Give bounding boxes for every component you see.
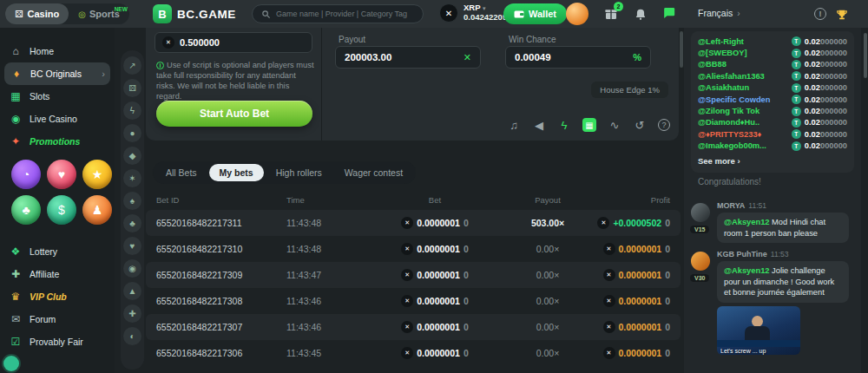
- rail-plinko-icon[interactable]: ●: [123, 124, 141, 142]
- logo-text: BC.GAME: [177, 8, 236, 21]
- chat-info-button[interactable]: !: [814, 8, 826, 20]
- sidebar-item-label: Slots: [30, 91, 99, 101]
- see-more-link[interactable]: See more ›: [698, 154, 847, 169]
- avatar[interactable]: [691, 252, 710, 271]
- winner-row[interactable]: @[SWEBOY] T 0.02000000: [698, 47, 847, 58]
- rail-coinflip-icon[interactable]: ◐: [123, 327, 141, 345]
- hotkeys-icon[interactable]: ♫: [507, 118, 521, 132]
- tab-my-bets[interactable]: My bets: [209, 164, 264, 181]
- avatar[interactable]: [691, 203, 710, 222]
- rail-crash-icon[interactable]: ↗: [123, 56, 141, 75]
- sidebar-item-vip-club[interactable]: ♛ VIP Club: [0, 285, 115, 308]
- payout-field[interactable]: ✕: [335, 46, 481, 69]
- main-scrollbar[interactable]: [680, 31, 683, 68]
- stats-icon[interactable]: ▦: [582, 118, 596, 132]
- user-avatar[interactable]: [566, 3, 589, 25]
- winner-row[interactable]: @Left-Right T 0.02000000: [698, 36, 847, 47]
- script-disclaimer: iUse of script is optional and players m…: [156, 60, 316, 101]
- game-search[interactable]: [252, 4, 424, 23]
- chevron-right-icon: ›: [737, 9, 740, 18]
- rewards-button[interactable]: 2: [602, 6, 620, 22]
- start-auto-bet-button[interactable]: Start Auto Bet: [156, 101, 312, 127]
- bet-id: 65520168482217309: [156, 270, 286, 280]
- bet-row[interactable]: 65520168482217311 11:43:48 ✕ 0.00000010 …: [146, 210, 681, 236]
- bet-row[interactable]: 65520168482217306 11:43:45 ✕ 0.00000010 …: [146, 340, 681, 366]
- rail-dice-icon[interactable]: ⚄: [123, 79, 141, 97]
- tab-wager-contest[interactable]: Wager contest: [334, 164, 413, 181]
- winner-row[interactable]: @Imakegob00m... T 0.02000000: [698, 141, 847, 152]
- sidebar: ⌂ Home ♦ BC Originals › ▦ Slots ◉: [0, 28, 115, 373]
- win-chance-field[interactable]: %: [505, 46, 651, 69]
- rail-limbo-icon[interactable]: ϟ: [123, 101, 141, 120]
- search-input[interactable]: [276, 10, 414, 18]
- sports-toggle-button[interactable]: NEW ◎ Sports: [69, 9, 129, 19]
- bet-amount-field[interactable]: ✕: [155, 32, 312, 53]
- profit-value-dim: 0: [665, 218, 670, 228]
- rail-hilo-icon[interactable]: ♠: [123, 192, 141, 210]
- bet-row[interactable]: 65520168482217309 11:43:47 ✕ 0.00000010 …: [146, 262, 681, 288]
- chat-toggle-button[interactable]: [660, 5, 677, 21]
- promo-clover-icon[interactable]: ♣: [11, 195, 41, 225]
- winner-row[interactable]: @Diamond♦Hu.. T 0.02000000: [698, 117, 847, 128]
- currency-selector[interactable]: ✕ XRP ▾ 0.04242205: [439, 3, 507, 23]
- sidebar-item-forum[interactable]: ✉ Forum: [0, 308, 115, 330]
- tab-all-bets[interactable]: All Bets: [155, 164, 207, 181]
- bet-row[interactable]: 65520168482217307 11:43:46 ✕ 0.00000010 …: [146, 314, 681, 340]
- chat-image-attachment[interactable]: Let's screw ... up: [717, 306, 800, 355]
- bet-row[interactable]: 65520168482217308 11:43:46 ✕ 0.00000010 …: [146, 288, 681, 314]
- image-desk: [717, 340, 800, 347]
- rail-tower-icon[interactable]: ▲: [123, 282, 141, 300]
- reset-icon[interactable]: ↺: [633, 118, 647, 132]
- profit-value-dim: 0: [665, 296, 670, 306]
- sound-icon[interactable]: ◀: [532, 118, 546, 132]
- rail-roulette-icon[interactable]: ◉: [123, 259, 141, 278]
- promo-mascot-icon[interactable]: ♟: [82, 195, 112, 225]
- winner-row[interactable]: @♦PRITTYS233♦ T 0.02000000: [698, 128, 847, 140]
- sidebar-item-bc-originals[interactable]: ♦ BC Originals ›: [4, 62, 110, 85]
- bet-profit: ✕ +0.00005020: [595, 217, 670, 229]
- promo-lucky-spin-icon[interactable]: ◔: [11, 160, 41, 189]
- sidebar-item-slots[interactable]: ▦ Slots: [0, 85, 115, 108]
- winner-row[interactable]: @Aliesfahan1363 T 0.02000000: [698, 70, 847, 82]
- sidebar-item-lottery[interactable]: ❖ Lottery: [0, 240, 115, 263]
- profit-value-dim: 0: [665, 270, 670, 280]
- rail-keno-icon[interactable]: ✶: [123, 169, 141, 187]
- chat-language-selector[interactable]: Français ›: [698, 8, 740, 18]
- turbo-icon[interactable]: ϟ: [557, 118, 571, 132]
- wallet-button[interactable]: Wallet: [503, 3, 567, 24]
- bc-game-logo[interactable]: B BC.GAME: [153, 4, 236, 23]
- sidebar-item-provably-fair[interactable]: ☑ Provably Fair: [0, 330, 115, 353]
- casino-toggle-button[interactable]: ⚄ Casino: [5, 3, 69, 24]
- notifications-button[interactable]: [632, 6, 649, 22]
- rail-mines-icon[interactable]: ◆: [123, 147, 141, 165]
- bet-amount: ✕ 0.00000010: [370, 321, 500, 333]
- rail-wheel-icon[interactable]: ✚: [123, 304, 141, 323]
- winner-row[interactable]: @BB88 T 0.02000000: [698, 59, 847, 70]
- bet-amount-input[interactable]: [180, 37, 305, 48]
- sidebar-item-label: Live Casino: [30, 114, 99, 124]
- contest-button[interactable]: [833, 7, 851, 23]
- sidebar-item-home[interactable]: ⌂ Home: [0, 40, 115, 62]
- help-icon[interactable]: ?: [658, 119, 670, 131]
- tab-high-rollers[interactable]: High rollers: [266, 164, 332, 181]
- winner-amount: 0.02000000: [805, 118, 847, 127]
- rail-blackjack-icon[interactable]: ♣: [123, 214, 141, 232]
- support-chat-icon[interactable]: [3, 356, 19, 371]
- promo-money-icon[interactable]: $: [47, 195, 76, 225]
- amount-zeros: 000000: [820, 37, 847, 46]
- winner-username: @[SWEBOY]: [698, 49, 792, 57]
- winner-row[interactable]: @Specific Cowden T 0.02000000: [698, 94, 847, 105]
- sidebar-item-affiliate[interactable]: ✚ Affiliate: [0, 263, 115, 285]
- payout-input[interactable]: [345, 52, 458, 62]
- trends-icon[interactable]: ∿: [608, 118, 621, 132]
- sidebar-item-live-casino[interactable]: ◉ Live Casino: [0, 108, 115, 130]
- promo-hearts-icon[interactable]: ♥: [47, 160, 76, 189]
- promo-cheese-icon[interactable]: ★: [82, 160, 112, 189]
- bet-row[interactable]: 65520168482217310 11:43:48 ✕ 0.00000010 …: [146, 236, 681, 262]
- sidebar-item-promotions[interactable]: ✦ Promotions: [0, 130, 115, 153]
- rail-baccarat-icon[interactable]: ♥: [123, 237, 141, 255]
- winner-row[interactable]: @Zilong Tik Tok T 0.02000000: [698, 105, 847, 116]
- win-chance-input[interactable]: [515, 52, 628, 62]
- chat-scrollbar[interactable]: [864, 33, 867, 78]
- winner-row[interactable]: @Asiakhatun T 0.02000000: [698, 82, 847, 94]
